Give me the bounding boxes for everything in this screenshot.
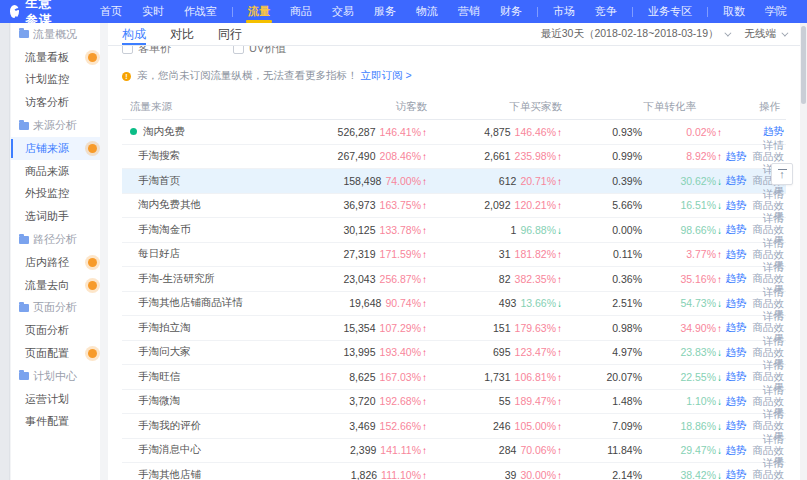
rate-cell: 0.00% 98.66%↓ — [562, 224, 722, 236]
scrollbar-thumb[interactable] — [801, 26, 806, 104]
detail-link[interactable]: 详情 — [763, 139, 784, 151]
trend-link[interactable]: 趋势 — [726, 272, 747, 284]
trend-link[interactable]: 趋势 — [726, 346, 747, 358]
rate-cell: 2.51% 54.73%↓ — [562, 297, 722, 309]
detail-link[interactable]: 详情 — [763, 433, 784, 445]
sidebar-item-店内路径[interactable]: 店内路径 — [11, 251, 100, 274]
tab-composition[interactable]: 构成 — [122, 23, 146, 45]
sidebar-item-店铺来源[interactable]: 店铺来源 — [11, 137, 100, 160]
trend-link[interactable]: 趋势 — [726, 395, 747, 407]
sidebar-item-label: 流量看板 — [25, 50, 69, 65]
sidebar-item-来源分析[interactable]: 来源分析 — [11, 114, 100, 137]
nav-item-财务[interactable]: 财务 — [490, 0, 532, 23]
visitors-cell: 8,625167.03%↑ — [272, 371, 427, 383]
visitors-cell: 3,469152.66%↑ — [272, 420, 427, 432]
rate-cell: 0.99% 8.92%↑ — [562, 150, 722, 162]
trend-link[interactable]: 趋势 — [726, 444, 747, 456]
sidebar-item-页面分析[interactable]: 页面分析 — [11, 297, 100, 320]
sidebar-item-路径分析[interactable]: 路径分析 — [11, 228, 100, 251]
sidebar-item-计划监控[interactable]: 计划监控 — [11, 69, 100, 92]
table-row: 手淘-生活研究所 23,043256.87%↑ 82382.35%↑ 0.36%… — [122, 267, 786, 292]
sidebar-item-label: 计划监控 — [25, 72, 69, 87]
panel: 客单价 UV价值 ! 亲，您尚未订阅流量纵横，无法查看更多指标！ 立即订阅 > … — [108, 46, 800, 480]
rate-cell: 20.07% 22.55%↓ — [562, 371, 722, 383]
trend-link[interactable]: 趋势 — [726, 370, 747, 382]
new-badge-dot — [88, 281, 97, 290]
nav-item-交易[interactable]: 交易 — [322, 0, 364, 23]
trend-link[interactable]: 趋势 — [726, 174, 747, 186]
col-header-rate: 下单转化率 — [562, 100, 722, 114]
nav-item-市场[interactable]: 市场 — [543, 0, 585, 23]
sidebar-collapse-rail[interactable] — [0, 23, 10, 480]
detail-link[interactable]: 详情 — [763, 286, 784, 298]
trend-link[interactable]: 趋势 — [726, 297, 747, 309]
trend-link[interactable]: 趋势 — [763, 125, 784, 137]
source-name: 淘内免费 — [143, 125, 185, 139]
sidebar-item-页面配置[interactable]: 页面配置 — [11, 342, 100, 365]
nav-item-营销[interactable]: 营销 — [448, 0, 490, 23]
tab-compare[interactable]: 对比 — [170, 23, 194, 45]
trend-link[interactable]: 趋势 — [726, 248, 747, 260]
sidebar-item-商品来源[interactable]: 商品来源 — [11, 160, 100, 183]
chevron-down-icon — [724, 29, 731, 36]
sidebar-item-流量看板[interactable]: 流量看板 — [11, 46, 100, 69]
detail-link[interactable]: 详情 — [763, 384, 784, 396]
detail-link[interactable]: 详情 — [763, 237, 784, 249]
nav-item-作战室[interactable]: 作战室 — [174, 0, 227, 23]
nav-item-学院[interactable]: 学院 — [755, 0, 797, 23]
sidebar-item-流量去向[interactable]: 流量去向 — [11, 274, 100, 297]
trend-link[interactable]: 趋势 — [726, 150, 747, 162]
nav-item-首页[interactable]: 首页 — [90, 0, 132, 23]
sidebar-item-运营计划[interactable]: 运营计划 — [11, 388, 100, 411]
sidebar: 流量概况 流量看板 计划监控 访客分析 来源分析 店铺来源 商品来源 外投监控 … — [11, 23, 100, 480]
nav-item-流量[interactable]: 流量 — [238, 0, 280, 23]
nav-item-服务[interactable]: 服务 — [364, 0, 406, 23]
new-badge-dot — [88, 144, 97, 153]
trend-link[interactable]: 趋势 — [726, 321, 747, 333]
back-to-top-button[interactable]: ↑ — [771, 163, 793, 185]
checkbox-icon[interactable] — [122, 46, 133, 54]
nav-item-业务专区[interactable]: 业务专区 — [638, 0, 702, 23]
terminal-select[interactable]: 无线端 — [745, 27, 787, 41]
sidebar-item-计划中心[interactable]: 计划中心 — [11, 365, 100, 388]
nav-item-取数[interactable]: 取数 — [713, 0, 755, 23]
brand[interactable]: 生意参谋 — [10, 0, 64, 29]
sidebar-item-label: 流量概况 — [33, 27, 77, 42]
sidebar-item-label: 商品来源 — [25, 164, 69, 179]
sidebar-item-外投监控[interactable]: 外投监控 — [11, 183, 100, 206]
subscribe-notice: ! 亲，您尚未订阅流量纵横，无法查看更多指标！ 立即订阅 > — [122, 69, 786, 83]
nav-item-物流[interactable]: 物流 — [406, 0, 448, 23]
rate-cell: 2.14% 38.42%↓ — [562, 469, 722, 480]
sidebar-item-页面分析[interactable]: 页面分析 — [11, 319, 100, 342]
buyers-cell: 3930.00%↑ — [427, 469, 562, 480]
sidebar-item-访客分析[interactable]: 访客分析 — [11, 91, 100, 114]
subscribe-link[interactable]: 立即订阅 > — [361, 69, 412, 83]
visitors-cell: 3,720192.68%↑ — [272, 395, 427, 407]
tab-peers[interactable]: 同行 — [218, 23, 242, 45]
checkbox-customer-price[interactable]: 客单价 — [122, 46, 171, 56]
date-range-select[interactable]: 最近30天（2018-02-18~2018-03-19） — [541, 27, 729, 41]
nav-item-实时[interactable]: 实时 — [132, 0, 174, 23]
detail-link[interactable]: 详情 — [763, 188, 784, 200]
detail-link[interactable]: 详情 — [763, 335, 784, 347]
trend-link[interactable]: 趋势 — [726, 199, 747, 211]
page-scrollbar[interactable] — [800, 23, 807, 480]
trend-link[interactable]: 趋势 — [726, 468, 747, 480]
folder-icon — [19, 30, 29, 38]
sidebar-item-label: 运营计划 — [25, 392, 69, 407]
table-row: 手淘其他店铺 1,826111.10%↑ 3930.00%↑ 2.14% 38.… — [122, 463, 786, 480]
sidebar-item-事件配置[interactable]: 事件配置 — [11, 411, 100, 434]
nav-item-竞争[interactable]: 竞争 — [585, 0, 627, 23]
sidebar-item-选词助手[interactable]: 选词助手 — [11, 205, 100, 228]
product-effect-link[interactable]: 商品效果 — [753, 468, 785, 480]
nav-divider — [707, 7, 708, 17]
checkbox-icon[interactable] — [233, 46, 244, 54]
trend-link[interactable]: 趋势 — [726, 223, 747, 235]
checkbox-uv-value[interactable]: UV价值 — [233, 46, 286, 56]
sidebar-item-label: 来源分析 — [33, 118, 77, 133]
tab-bar: 构成 对比 同行 最近30天（2018-02-18~2018-03-19） 无线… — [108, 23, 800, 46]
nav-divider — [232, 7, 233, 17]
nav-item-商品[interactable]: 商品 — [280, 0, 322, 23]
buyers-cell: 28470.06%↑ — [427, 444, 562, 456]
trend-link[interactable]: 趋势 — [726, 419, 747, 431]
